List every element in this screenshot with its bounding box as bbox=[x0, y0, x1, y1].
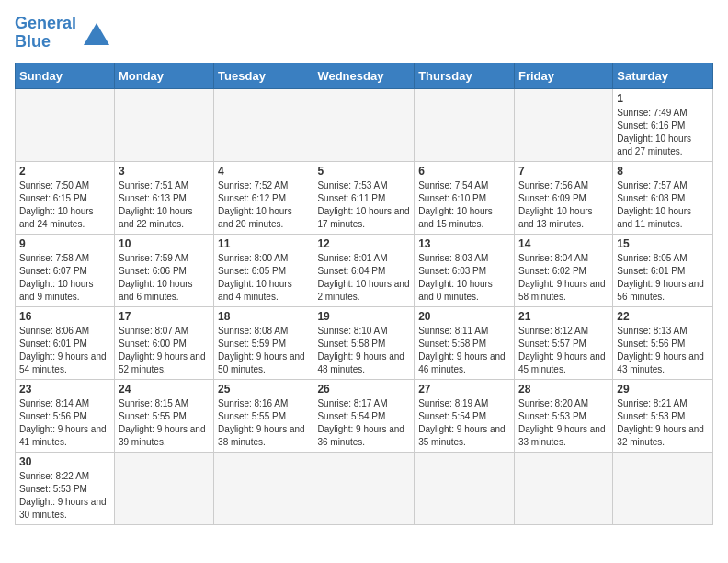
day-number: 11 bbox=[218, 237, 309, 250]
day-number: 1 bbox=[617, 92, 709, 105]
day-info: Sunrise: 8:15 AMSunset: 5:55 PMDaylight:… bbox=[119, 397, 210, 449]
logo-icon bbox=[84, 21, 109, 47]
day-info: Sunrise: 8:08 AMSunset: 5:59 PMDaylight:… bbox=[218, 325, 309, 376]
calendar-cell: 27Sunrise: 8:19 AMSunset: 5:54 PMDayligh… bbox=[415, 379, 515, 452]
day-number: 12 bbox=[317, 237, 410, 250]
day-info: Sunrise: 7:51 AMSunset: 6:13 PMDaylight:… bbox=[119, 179, 210, 231]
calendar-cell bbox=[313, 452, 415, 524]
day-info: Sunrise: 8:05 AMSunset: 6:01 PMDaylight:… bbox=[617, 252, 709, 304]
calendar-cell: 11Sunrise: 8:00 AMSunset: 6:05 PMDayligh… bbox=[214, 234, 313, 306]
day-number: 6 bbox=[418, 165, 510, 178]
calendar-cell: 14Sunrise: 8:04 AMSunset: 6:02 PMDayligh… bbox=[514, 234, 612, 306]
day-info: Sunrise: 8:21 AMSunset: 5:53 PMDaylight:… bbox=[617, 397, 709, 449]
calendar-week-4: 23Sunrise: 8:14 AMSunset: 5:56 PMDayligh… bbox=[16, 379, 713, 452]
day-number: 2 bbox=[19, 165, 110, 178]
day-number: 5 bbox=[317, 165, 410, 178]
calendar-cell: 12Sunrise: 8:01 AMSunset: 6:04 PMDayligh… bbox=[313, 234, 415, 306]
header: GeneralBlue bbox=[15, 15, 713, 52]
calendar-cell: 26Sunrise: 8:17 AMSunset: 5:54 PMDayligh… bbox=[313, 379, 415, 452]
weekday-header-friday: Friday bbox=[514, 63, 612, 88]
day-number: 21 bbox=[518, 310, 609, 323]
weekday-header-saturday: Saturday bbox=[613, 63, 713, 88]
calendar-cell: 10Sunrise: 7:59 AMSunset: 6:06 PMDayligh… bbox=[114, 234, 213, 306]
day-info: Sunrise: 8:04 AMSunset: 6:02 PMDaylight:… bbox=[518, 252, 609, 304]
svg-marker-0 bbox=[84, 23, 109, 45]
day-number: 8 bbox=[617, 165, 709, 178]
day-info: Sunrise: 8:00 AMSunset: 6:05 PMDaylight:… bbox=[218, 252, 309, 304]
day-number: 13 bbox=[418, 237, 510, 250]
calendar-cell: 25Sunrise: 8:16 AMSunset: 5:55 PMDayligh… bbox=[214, 379, 313, 452]
calendar-week-3: 16Sunrise: 8:06 AMSunset: 6:01 PMDayligh… bbox=[16, 306, 713, 379]
day-info: Sunrise: 8:03 AMSunset: 6:03 PMDaylight:… bbox=[418, 252, 510, 304]
day-number: 15 bbox=[617, 237, 709, 250]
calendar-cell: 22Sunrise: 8:13 AMSunset: 5:56 PMDayligh… bbox=[613, 306, 713, 379]
day-number: 24 bbox=[119, 383, 210, 396]
day-info: Sunrise: 7:49 AMSunset: 6:16 PMDaylight:… bbox=[617, 107, 709, 158]
day-info: Sunrise: 8:07 AMSunset: 6:00 PMDaylight:… bbox=[119, 325, 210, 376]
day-info: Sunrise: 7:54 AMSunset: 6:10 PMDaylight:… bbox=[418, 179, 510, 231]
calendar-cell: 9Sunrise: 7:58 AMSunset: 6:07 PMDaylight… bbox=[16, 234, 115, 306]
day-info: Sunrise: 8:20 AMSunset: 5:53 PMDaylight:… bbox=[518, 397, 609, 449]
day-info: Sunrise: 8:19 AMSunset: 5:54 PMDaylight:… bbox=[418, 397, 510, 449]
calendar-cell: 17Sunrise: 8:07 AMSunset: 6:00 PMDayligh… bbox=[114, 306, 213, 379]
day-info: Sunrise: 7:52 AMSunset: 6:12 PMDaylight:… bbox=[218, 179, 309, 231]
calendar-cell: 4Sunrise: 7:52 AMSunset: 6:12 PMDaylight… bbox=[214, 161, 313, 234]
day-info: Sunrise: 8:17 AMSunset: 5:54 PMDaylight:… bbox=[317, 397, 410, 449]
calendar-cell bbox=[415, 88, 515, 161]
day-info: Sunrise: 7:53 AMSunset: 6:11 PMDaylight:… bbox=[317, 179, 410, 231]
day-info: Sunrise: 8:06 AMSunset: 6:01 PMDaylight:… bbox=[19, 325, 110, 376]
day-info: Sunrise: 8:12 AMSunset: 5:57 PMDaylight:… bbox=[518, 325, 609, 376]
calendar-cell: 13Sunrise: 8:03 AMSunset: 6:03 PMDayligh… bbox=[415, 234, 515, 306]
day-number: 3 bbox=[119, 165, 210, 178]
day-number: 10 bbox=[119, 237, 210, 250]
day-number: 26 bbox=[317, 383, 410, 396]
logo: GeneralBlue bbox=[15, 15, 109, 52]
calendar: SundayMondayTuesdayWednesdayThursdayFrid… bbox=[15, 63, 713, 525]
weekday-header-row: SundayMondayTuesdayWednesdayThursdayFrid… bbox=[16, 63, 713, 88]
calendar-cell: 7Sunrise: 7:56 AMSunset: 6:09 PMDaylight… bbox=[514, 161, 612, 234]
calendar-cell: 18Sunrise: 8:08 AMSunset: 5:59 PMDayligh… bbox=[214, 306, 313, 379]
day-info: Sunrise: 8:22 AMSunset: 5:53 PMDaylight:… bbox=[19, 470, 110, 522]
calendar-cell bbox=[613, 452, 713, 524]
calendar-cell bbox=[16, 88, 115, 161]
day-number: 22 bbox=[617, 310, 709, 323]
calendar-week-5: 30Sunrise: 8:22 AMSunset: 5:53 PMDayligh… bbox=[16, 452, 713, 524]
calendar-cell bbox=[214, 88, 313, 161]
calendar-cell bbox=[514, 452, 612, 524]
calendar-cell: 16Sunrise: 8:06 AMSunset: 6:01 PMDayligh… bbox=[16, 306, 115, 379]
calendar-cell bbox=[114, 88, 213, 161]
day-info: Sunrise: 8:01 AMSunset: 6:04 PMDaylight:… bbox=[317, 252, 410, 304]
day-info: Sunrise: 7:56 AMSunset: 6:09 PMDaylight:… bbox=[518, 179, 609, 231]
day-info: Sunrise: 8:10 AMSunset: 5:58 PMDaylight:… bbox=[317, 325, 410, 376]
day-number: 17 bbox=[119, 310, 210, 323]
calendar-cell bbox=[514, 88, 612, 161]
day-number: 16 bbox=[19, 310, 110, 323]
weekday-header-monday: Monday bbox=[114, 63, 213, 88]
calendar-cell: 29Sunrise: 8:21 AMSunset: 5:53 PMDayligh… bbox=[613, 379, 713, 452]
calendar-cell: 8Sunrise: 7:57 AMSunset: 6:08 PMDaylight… bbox=[613, 161, 713, 234]
calendar-cell: 2Sunrise: 7:50 AMSunset: 6:15 PMDaylight… bbox=[16, 161, 115, 234]
calendar-week-1: 2Sunrise: 7:50 AMSunset: 6:15 PMDaylight… bbox=[16, 161, 713, 234]
weekday-header-wednesday: Wednesday bbox=[313, 63, 415, 88]
day-number: 9 bbox=[19, 237, 110, 250]
calendar-cell: 23Sunrise: 8:14 AMSunset: 5:56 PMDayligh… bbox=[16, 379, 115, 452]
day-info: Sunrise: 8:16 AMSunset: 5:55 PMDaylight:… bbox=[218, 397, 309, 449]
day-info: Sunrise: 7:50 AMSunset: 6:15 PMDaylight:… bbox=[19, 179, 110, 231]
calendar-cell bbox=[114, 452, 213, 524]
calendar-cell: 24Sunrise: 8:15 AMSunset: 5:55 PMDayligh… bbox=[114, 379, 213, 452]
day-number: 23 bbox=[19, 383, 110, 396]
calendar-cell: 19Sunrise: 8:10 AMSunset: 5:58 PMDayligh… bbox=[313, 306, 415, 379]
calendar-cell: 28Sunrise: 8:20 AMSunset: 5:53 PMDayligh… bbox=[514, 379, 612, 452]
day-info: Sunrise: 7:57 AMSunset: 6:08 PMDaylight:… bbox=[617, 179, 709, 231]
day-info: Sunrise: 8:11 AMSunset: 5:58 PMDaylight:… bbox=[418, 325, 510, 376]
weekday-header-sunday: Sunday bbox=[16, 63, 115, 88]
calendar-cell: 21Sunrise: 8:12 AMSunset: 5:57 PMDayligh… bbox=[514, 306, 612, 379]
calendar-cell bbox=[214, 452, 313, 524]
calendar-cell: 5Sunrise: 7:53 AMSunset: 6:11 PMDaylight… bbox=[313, 161, 415, 234]
day-number: 25 bbox=[218, 383, 309, 396]
calendar-cell: 3Sunrise: 7:51 AMSunset: 6:13 PMDaylight… bbox=[114, 161, 213, 234]
calendar-cell: 20Sunrise: 8:11 AMSunset: 5:58 PMDayligh… bbox=[415, 306, 515, 379]
day-info: Sunrise: 8:13 AMSunset: 5:56 PMDaylight:… bbox=[617, 325, 709, 376]
calendar-cell: 6Sunrise: 7:54 AMSunset: 6:10 PMDaylight… bbox=[415, 161, 515, 234]
day-number: 4 bbox=[218, 165, 309, 178]
